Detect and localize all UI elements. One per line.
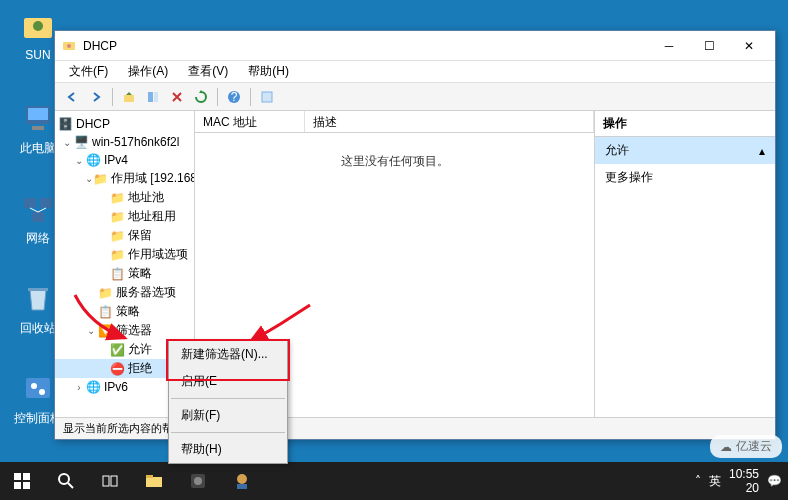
menu-view[interactable]: 查看(V) xyxy=(180,61,236,82)
dhcp-app-icon xyxy=(61,38,77,54)
start-button[interactable] xyxy=(0,462,44,500)
svg-rect-6 xyxy=(40,198,52,208)
tree-policy2[interactable]: 📋策略 xyxy=(55,302,194,321)
tray-date: 20 xyxy=(729,481,759,495)
svg-rect-22 xyxy=(14,473,21,480)
svg-rect-3 xyxy=(28,108,48,120)
menu-help[interactable]: 帮助(H) xyxy=(240,61,297,82)
folder-icon: 📁 xyxy=(109,228,125,244)
up-button[interactable] xyxy=(118,86,140,108)
ctx-help[interactable]: 帮助(H) xyxy=(169,436,287,463)
svg-rect-28 xyxy=(103,476,109,486)
system-tray[interactable]: ˄ 英 10:55 20 💬 xyxy=(695,462,788,500)
svg-text:?: ? xyxy=(231,90,238,104)
policy-icon: 📋 xyxy=(109,266,125,282)
folder-icon: 📁 xyxy=(109,247,125,263)
ipv6-icon: 🌐 xyxy=(85,379,101,395)
titlebar[interactable]: DHCP ─ ☐ ✕ xyxy=(55,31,775,61)
tree-address-lease[interactable]: 📁地址租用 xyxy=(55,207,194,226)
tree-policy[interactable]: 📋策略 xyxy=(55,264,194,283)
action-more[interactable]: 更多操作 xyxy=(595,164,775,191)
triangle-up-icon: ▴ xyxy=(759,144,765,158)
collapse-icon[interactable]: ⌄ xyxy=(73,155,85,166)
svg-point-1 xyxy=(33,21,43,31)
toolbar-separator xyxy=(250,88,251,106)
svg-line-27 xyxy=(68,483,73,488)
svg-rect-16 xyxy=(124,95,134,102)
ctx-enable[interactable]: 启用(E xyxy=(169,368,287,395)
ctx-separator xyxy=(171,398,285,399)
taskbar-explorer[interactable] xyxy=(132,462,176,500)
collapse-icon[interactable]: ⌄ xyxy=(85,325,97,336)
tree-server-options[interactable]: 📁服务器选项 xyxy=(55,283,194,302)
svg-rect-5 xyxy=(24,198,36,208)
menu-action[interactable]: 操作(A) xyxy=(120,61,176,82)
taskbar-app[interactable] xyxy=(220,462,264,500)
ctx-refresh[interactable]: 刷新(F) xyxy=(169,402,287,429)
svg-point-13 xyxy=(39,389,45,395)
maximize-button[interactable]: ☐ xyxy=(689,32,729,60)
svg-point-12 xyxy=(31,383,37,389)
server-icon: 🖥️ xyxy=(73,134,89,150)
ipv4-icon: 🌐 xyxy=(85,152,101,168)
delete-button[interactable] xyxy=(166,86,188,108)
task-view-button[interactable] xyxy=(88,462,132,500)
network-icon xyxy=(20,190,56,226)
show-hide-button[interactable] xyxy=(142,86,164,108)
tree-root[interactable]: 🗄️DHCP xyxy=(55,115,194,133)
tree-scope[interactable]: ⌄📁作用域 [192.168. xyxy=(55,169,194,188)
filter-icon: 🔽 xyxy=(97,323,113,339)
forward-button[interactable] xyxy=(85,86,107,108)
toolbar: ? xyxy=(55,83,775,111)
collapse-icon[interactable]: ⌄ xyxy=(61,137,73,148)
taskbar-server-manager[interactable] xyxy=(176,462,220,500)
dhcp-window: DHCP ─ ☐ ✕ 文件(F) 操作(A) 查看(V) 帮助(H) ? 🗄️D… xyxy=(54,30,776,440)
action-header: 操作 xyxy=(595,111,775,137)
close-button[interactable]: ✕ xyxy=(729,32,769,60)
svg-point-15 xyxy=(67,44,71,48)
context-menu: 新建筛选器(N)... 启用(E 刷新(F) 帮助(H) xyxy=(168,340,288,464)
deny-icon: ⛔ xyxy=(109,361,125,377)
scope-icon: 📁 xyxy=(93,171,108,187)
ctx-new-filter[interactable]: 新建筛选器(N)... xyxy=(169,341,287,368)
tree-filters[interactable]: ⌄🔽筛选器 xyxy=(55,321,194,340)
svg-rect-10 xyxy=(28,288,48,291)
svg-rect-31 xyxy=(146,475,153,478)
svg-rect-21 xyxy=(262,92,272,102)
computer-icon xyxy=(20,100,56,136)
svg-rect-4 xyxy=(32,126,44,130)
watermark: ☁ 亿速云 xyxy=(710,435,782,458)
svg-rect-35 xyxy=(237,484,247,489)
tree-server[interactable]: ⌄🖥️win-517h6nk6f2l xyxy=(55,133,194,151)
action-pane: 操作 允许▴ 更多操作 xyxy=(595,111,775,417)
tray-chevron-icon[interactable]: ˄ xyxy=(695,474,701,488)
ctx-separator xyxy=(171,432,285,433)
refresh-button[interactable] xyxy=(190,86,212,108)
column-mac[interactable]: MAC 地址 xyxy=(195,111,305,132)
statusbar: 显示当前所选内容的帮 xyxy=(55,417,775,439)
collapse-icon[interactable]: ⌄ xyxy=(85,173,93,184)
recycle-bin-icon xyxy=(20,280,56,316)
minimize-button[interactable]: ─ xyxy=(649,32,689,60)
watermark-text: 亿速云 xyxy=(736,438,772,455)
tree-ipv4[interactable]: ⌄🌐IPv4 xyxy=(55,151,194,169)
back-button[interactable] xyxy=(61,86,83,108)
help-button[interactable]: ? xyxy=(223,86,245,108)
action-allow[interactable]: 允许▴ xyxy=(595,137,775,164)
tree-scope-options[interactable]: 📁作用域选项 xyxy=(55,245,194,264)
folder-icon: 📁 xyxy=(109,209,125,225)
tray-notifications-icon[interactable]: 💬 xyxy=(767,474,782,488)
tree-address-pool[interactable]: 📁地址池 xyxy=(55,188,194,207)
svg-rect-11 xyxy=(26,378,50,398)
search-button[interactable] xyxy=(44,462,88,500)
menu-file[interactable]: 文件(F) xyxy=(61,61,116,82)
window-title: DHCP xyxy=(83,39,649,53)
window-body: 🗄️DHCP ⌄🖥️win-517h6nk6f2l ⌄🌐IPv4 ⌄📁作用域 [… xyxy=(55,111,775,417)
policy-icon: 📋 xyxy=(97,304,113,320)
column-description[interactable]: 描述 xyxy=(305,111,594,132)
expand-icon[interactable]: › xyxy=(73,382,85,393)
tree-reservations[interactable]: 📁保留 xyxy=(55,226,194,245)
list-header: MAC 地址 描述 xyxy=(195,111,594,133)
tray-ime[interactable]: 英 xyxy=(709,473,721,490)
properties-button[interactable] xyxy=(256,86,278,108)
